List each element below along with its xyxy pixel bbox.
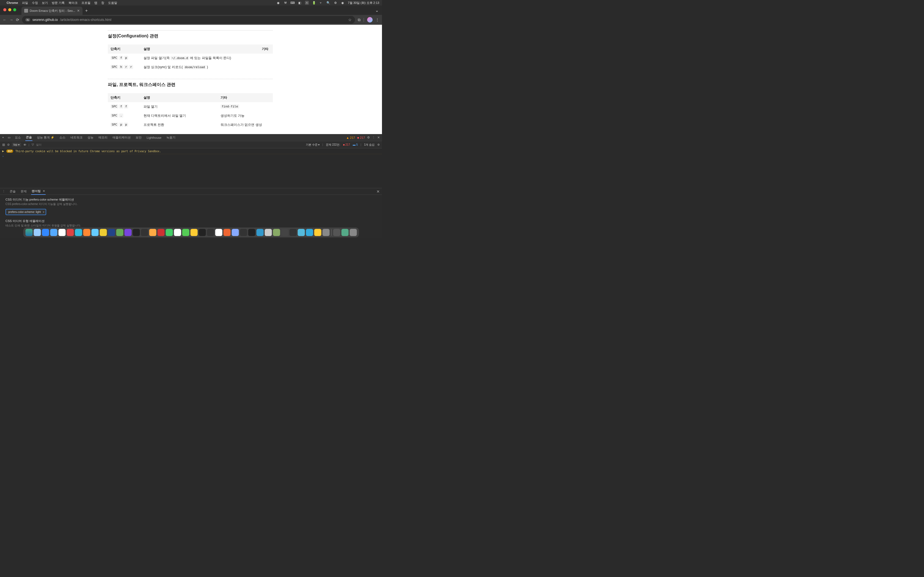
minimize-window-button[interactable] bbox=[8, 8, 11, 11]
browser-tab[interactable]: Doom Emacs 단축키 정리 - Seo... ✕ bbox=[21, 6, 82, 15]
dock-app-vscode[interactable] bbox=[256, 229, 263, 236]
dock-app[interactable] bbox=[248, 229, 255, 236]
more-icon[interactable]: ⋮ bbox=[372, 136, 375, 139]
dock-app-notion[interactable] bbox=[132, 229, 140, 236]
dock-app[interactable] bbox=[141, 229, 148, 236]
search-icon[interactable]: 🔍 bbox=[326, 1, 330, 5]
menu-edit[interactable]: 수정 bbox=[32, 1, 38, 5]
menu-file[interactable]: 파일 bbox=[22, 1, 28, 5]
menu-window[interactable]: 창 bbox=[101, 1, 104, 5]
tool-icon[interactable]: ⚒ bbox=[284, 1, 288, 5]
problems-err-count[interactable]: ■ 217 bbox=[343, 143, 350, 146]
dock-folder[interactable] bbox=[333, 229, 340, 236]
hidden-label[interactable]: 1개 숨김 bbox=[364, 143, 375, 147]
input-source-badge[interactable]: A bbox=[305, 1, 309, 5]
dock-app-chrome[interactable] bbox=[58, 229, 65, 236]
siri-icon[interactable]: ◉ bbox=[341, 1, 344, 5]
console-settings-icon[interactable]: ⚙ bbox=[377, 143, 380, 146]
forward-button[interactable]: → bbox=[9, 18, 13, 22]
close-drawer-icon[interactable]: ✕ bbox=[376, 189, 380, 194]
site-info-icon[interactable]: ⇆ bbox=[25, 18, 30, 21]
dock-app-kakao[interactable] bbox=[314, 229, 321, 236]
menu-profiles[interactable]: 프로필 bbox=[81, 1, 90, 5]
headphones-icon[interactable]: ◧ bbox=[298, 1, 302, 5]
dock-app[interactable] bbox=[116, 229, 123, 236]
wifi-icon[interactable]: ᯤ bbox=[319, 1, 323, 5]
dock-app[interactable] bbox=[297, 229, 305, 236]
menu-help[interactable]: 도움말 bbox=[108, 1, 117, 5]
drawer-tab-rendering[interactable]: 렌더링 ✕ bbox=[31, 188, 46, 195]
menu-history[interactable]: 방문 기록 bbox=[52, 1, 65, 5]
dock-app[interactable] bbox=[42, 229, 49, 236]
dock-app-music[interactable] bbox=[166, 229, 173, 236]
dock-app-notes[interactable] bbox=[190, 229, 197, 236]
context-select[interactable]: top ▾ bbox=[12, 143, 21, 147]
clear-console-icon[interactable]: ⊘ bbox=[7, 143, 10, 147]
keyboard-icon[interactable]: ⌨ bbox=[291, 1, 294, 5]
filter-input[interactable] bbox=[36, 143, 63, 146]
menu-bookmarks[interactable]: 북마크 bbox=[68, 1, 78, 5]
dock-app[interactable] bbox=[265, 229, 272, 236]
tab-elements[interactable]: 요소 bbox=[14, 134, 21, 141]
dock-app[interactable] bbox=[289, 229, 296, 236]
dock-app-firefox[interactable] bbox=[83, 229, 90, 236]
menubar-clock[interactable]: 7월 30일 (화) 오후 2:13 bbox=[348, 1, 379, 5]
console-warning-row[interactable]: ▶ 217 Third-party cookie will be blocked… bbox=[0, 148, 382, 154]
dock-app-edge[interactable] bbox=[75, 229, 82, 236]
dock-app-slack[interactable] bbox=[215, 229, 222, 236]
dock-app-terminal[interactable] bbox=[199, 229, 206, 236]
close-devtools-icon[interactable]: ✕ bbox=[377, 136, 380, 139]
close-tab-icon[interactable]: ✕ bbox=[43, 189, 45, 193]
level-select[interactable]: 기본 수준 ▾ bbox=[306, 143, 320, 147]
dock-app-telegram[interactable] bbox=[306, 229, 313, 236]
dock-app-minecraft[interactable] bbox=[273, 229, 280, 236]
control-center-icon[interactable]: ⚙ bbox=[334, 1, 338, 5]
dock-app[interactable] bbox=[100, 229, 107, 236]
extensions-icon[interactable]: ⧉ bbox=[358, 18, 360, 22]
tab-overflow-icon[interactable]: ⌄ bbox=[375, 8, 379, 13]
drawer-more-icon[interactable]: ⋮ bbox=[2, 190, 5, 193]
dock-app[interactable] bbox=[124, 229, 131, 236]
sidebar-toggle-icon[interactable]: ▥ bbox=[2, 143, 5, 147]
tab-lighthouse[interactable]: Lighthouse bbox=[146, 135, 162, 140]
dock-app-finder[interactable] bbox=[25, 229, 32, 236]
tab-console[interactable]: 콘솔 bbox=[25, 134, 32, 141]
dock-trash-icon[interactable] bbox=[349, 229, 357, 236]
device-toggle-icon[interactable]: ▭ bbox=[8, 136, 10, 139]
settings-icon[interactable]: ⚙ bbox=[367, 136, 370, 139]
prefers-color-scheme-select[interactable]: prefers-color-scheme: light bbox=[5, 209, 46, 215]
tab-sources[interactable]: 소스 bbox=[59, 134, 66, 141]
zoom-window-button[interactable] bbox=[13, 8, 16, 11]
tab-network[interactable]: 네트워크 bbox=[70, 134, 83, 141]
dock-app[interactable] bbox=[66, 229, 74, 236]
dock-app[interactable] bbox=[149, 229, 156, 236]
menubar-app-name[interactable]: Chrome bbox=[6, 1, 18, 5]
dock-app[interactable] bbox=[223, 229, 231, 236]
eye-icon[interactable]: 👁 bbox=[23, 143, 26, 147]
menu-tab[interactable]: 탭 bbox=[94, 1, 97, 5]
dock-app-calendar[interactable] bbox=[174, 229, 181, 236]
console-prompt[interactable]: › bbox=[0, 154, 382, 158]
dock-app[interactable] bbox=[231, 229, 239, 236]
bookmark-star-icon[interactable]: ☆ bbox=[348, 18, 352, 22]
dock-app[interactable] bbox=[207, 229, 214, 236]
tab-application[interactable]: 애플리케이션 bbox=[112, 134, 131, 141]
dock-app-safari[interactable] bbox=[50, 229, 57, 236]
dock-downloads[interactable] bbox=[341, 229, 349, 236]
error-count[interactable]: ■ 217 bbox=[357, 136, 365, 139]
warning-count[interactable]: ▲ 217 bbox=[346, 136, 355, 139]
dock-app[interactable] bbox=[281, 229, 288, 236]
tab-security[interactable]: 보안 bbox=[135, 134, 142, 141]
inspect-icon[interactable]: ⌖ bbox=[2, 136, 4, 139]
drawer-tab-console[interactable]: 콘솔 bbox=[9, 188, 16, 195]
dock-app-settings[interactable] bbox=[322, 229, 330, 236]
status-icon[interactable]: ◉ bbox=[276, 1, 280, 5]
new-tab-button[interactable]: + bbox=[85, 8, 88, 13]
tab-performance[interactable]: 성능 bbox=[87, 134, 94, 141]
address-bar[interactable]: ⇆ seorenn.github.io/article/doom-emacs-s… bbox=[22, 16, 355, 24]
close-tab-icon[interactable]: ✕ bbox=[77, 9, 80, 13]
dock-app[interactable] bbox=[157, 229, 165, 236]
profile-avatar[interactable] bbox=[367, 17, 373, 23]
dock-app-mail[interactable] bbox=[91, 229, 99, 236]
dock-app[interactable] bbox=[108, 229, 115, 236]
